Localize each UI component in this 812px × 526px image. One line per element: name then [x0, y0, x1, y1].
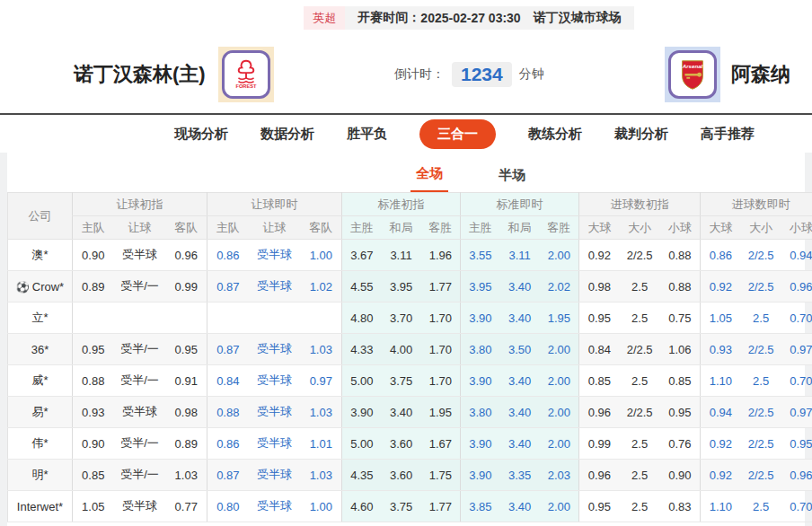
countdown-value: 1234: [452, 62, 512, 87]
scope-tab-1[interactable]: 半场: [493, 160, 531, 192]
svg-text:Arsenal: Arsenal: [682, 63, 703, 69]
odds-cell: 0.88: [73, 365, 114, 397]
odds-cell: 0.85: [73, 460, 114, 491]
odds-cell: 1.70: [421, 365, 461, 397]
home-team-logo: FOREST: [218, 47, 274, 102]
odds-cell: 0.84: [207, 365, 249, 397]
odds-cell: 4.00: [382, 334, 421, 365]
odds-cell: 0.95: [660, 397, 701, 428]
company-cell: 明*: [8, 460, 73, 491]
odds-cell: 4.35: [342, 460, 382, 491]
nav-tab-1[interactable]: 数据分析: [260, 126, 314, 143]
odds-cell: 3.40: [500, 428, 540, 460]
sub-header: 客队: [166, 216, 207, 240]
nav-tab-4[interactable]: 教练分析: [528, 126, 582, 143]
odds-cell: [249, 302, 301, 334]
odds-cell: 0.95: [73, 334, 114, 365]
group-header-1: 让球即时: [207, 193, 342, 216]
sub-header: 让球: [249, 216, 301, 240]
odds-cell: 受半/一: [114, 460, 166, 491]
odds-cell: 2.5: [620, 491, 660, 522]
odds-cell: 0.86: [207, 240, 249, 271]
odds-cell: 0.93: [73, 397, 114, 428]
odds-cell: 1.70: [421, 302, 461, 334]
sub-header: 客胜: [421, 216, 461, 240]
odds-cell: 0.96: [166, 240, 207, 271]
nav-tab-0[interactable]: 现场分析: [174, 126, 228, 143]
odds-table-head: 公司让球初指让球即时标准初指标准即时进球数初指进球数即时主队让球客队主队让球客队…: [8, 193, 812, 240]
odds-cell: 3.90: [461, 460, 500, 491]
odds-cell: 1.00: [301, 240, 342, 271]
group-header-5: 进球数即时: [701, 193, 812, 216]
forest-tree-icon: FOREST: [229, 57, 263, 92]
odds-cell: 受半球: [249, 491, 301, 522]
odds-cell: 3.90: [461, 365, 500, 397]
odds-cell: 1.03: [166, 460, 207, 491]
odds-cell: 0.70: [781, 365, 812, 397]
odds-cell: 3.70: [382, 302, 421, 334]
nav-tab-3[interactable]: 三合一: [419, 119, 496, 149]
odds-cell: 3.11: [382, 240, 421, 271]
odds-cell: 2.03: [540, 460, 579, 491]
odds-cell: 3.50: [500, 334, 540, 365]
company-cell: 澳*: [8, 240, 73, 271]
nav-tab-6[interactable]: 高手推荐: [701, 126, 755, 143]
odds-cell: 0.75: [660, 302, 701, 334]
scope-tab-0[interactable]: 全场: [410, 158, 448, 192]
odds-cell: 0.98: [579, 271, 620, 302]
odds-cell: 1.00: [301, 491, 342, 522]
odds-cell: 3.40: [500, 397, 540, 428]
odds-cell: 5.00: [342, 365, 382, 397]
odds-cell: 0.88: [660, 240, 701, 271]
odds-cell: 0.88: [207, 397, 249, 428]
odds-cell: 0.90: [73, 240, 114, 271]
odds-cell: 1.10: [701, 491, 741, 522]
odds-cell: 0.86: [207, 428, 249, 460]
odds-cell: [301, 302, 342, 334]
odds-cell: 0.96: [579, 397, 620, 428]
odds-cell: 0.96: [781, 271, 812, 302]
odds-cell: 2.02: [540, 271, 579, 302]
company-header: 公司: [8, 193, 73, 240]
odds-cell: 5.00: [342, 428, 382, 460]
odds-cell: 2.5: [620, 365, 660, 397]
odds-cell: 1.77: [421, 271, 461, 302]
odds-cell: 4.55: [342, 271, 382, 302]
odds-cell: 4.60: [342, 491, 382, 522]
odds-cell: [114, 302, 166, 334]
nav-tab-2[interactable]: 胜平负: [347, 126, 387, 143]
table-row: 威*0.88受半/一0.910.84受半球0.975.003.751.703.9…: [8, 365, 812, 397]
odds-cell: 3.60: [382, 428, 421, 460]
odds-cell: 受半球: [249, 334, 301, 365]
odds-cell: 0.96: [781, 460, 812, 491]
sub-header: 客队: [301, 216, 342, 240]
match-info-bar: 英超 开赛时间： 2025-02-27 03:30 诺丁汉城市球场: [0, 0, 812, 36]
odds-cell: 3.40: [500, 302, 540, 334]
sub-header: 主胜: [461, 216, 500, 240]
odds-cell: 2.5: [620, 302, 660, 334]
odds-cell: 2/2.5: [741, 428, 781, 460]
odds-cell: 受半/一: [114, 334, 166, 365]
odds-cell: 0.87: [207, 334, 249, 365]
odds-cell: 2/2.5: [741, 460, 781, 491]
odds-cell: 2/2.5: [620, 334, 660, 365]
odds-cell: 2/2.5: [741, 334, 781, 365]
arsenal-crest-icon: Arsenal: [675, 57, 710, 92]
company-cell: 立*: [8, 302, 73, 334]
nav-tab-5[interactable]: 裁判分析: [614, 126, 668, 143]
content-panel: 全场半场 公司让球初指让球即时标准初指标准即时进球数初指进球数即时主队让球客队主…: [7, 153, 805, 526]
odds-cell: 1.96: [421, 240, 461, 271]
odds-cell: 1.95: [540, 302, 579, 334]
odds-cell: 1.03: [301, 460, 342, 491]
group-header-4: 进球数初指: [579, 193, 701, 216]
odds-cell: 3.67: [342, 240, 382, 271]
odds-cell: 3.75: [382, 365, 421, 397]
group-header-2: 标准初指: [342, 193, 461, 216]
odds-cell: 0.88: [660, 271, 701, 302]
odds-cell: 2.5: [741, 302, 781, 334]
odds-cell: 0.87: [207, 271, 249, 302]
odds-cell: 受半球: [114, 491, 166, 522]
sub-header: 小球: [660, 216, 701, 240]
nav-tabs: 现场分析数据分析胜平负三合一教练分析裁判分析高手推荐: [0, 115, 812, 153]
sub-header: 主队: [207, 216, 249, 240]
